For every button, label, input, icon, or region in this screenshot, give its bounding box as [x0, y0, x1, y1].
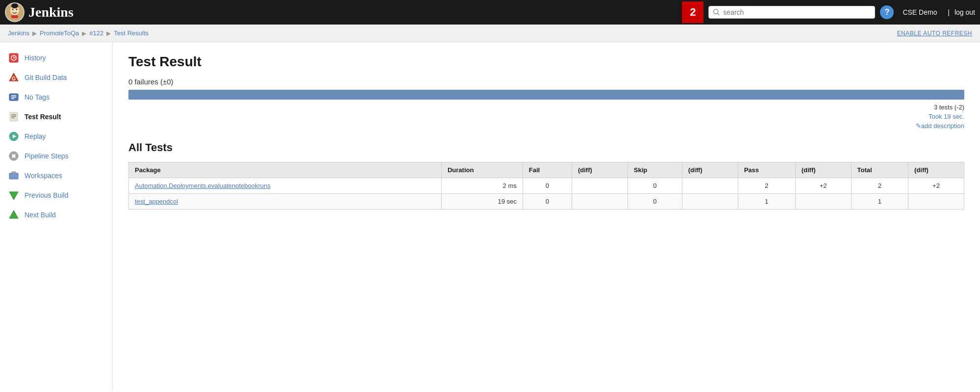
col-header-skip: Skip: [628, 162, 682, 178]
sidebar-pipeline-label: Pipeline Steps: [25, 152, 69, 160]
sidebar-testresult-label: Test Result: [25, 113, 61, 121]
layout: History G Git Build Data No Tags: [0, 42, 980, 390]
svg-marker-33: [9, 210, 18, 218]
cell-package: test_appendcol: [129, 194, 442, 209]
logo-text: Jenkins: [28, 4, 74, 20]
sidebar-item-workspaces[interactable]: Workspaces: [0, 166, 112, 185]
main-content: Test Result 0 failures (±0) 3 tests (-2)…: [113, 42, 980, 390]
sidebar-item-next-build[interactable]: Next Build: [0, 205, 112, 225]
breadcrumb-promotetqa[interactable]: PromoteToQa: [40, 29, 79, 37]
col-header-total-diff: (diff): [908, 162, 964, 178]
history-icon: [8, 52, 20, 64]
cell-skip: 0: [628, 178, 682, 194]
replay-icon: [8, 131, 20, 142]
cell-total-diff: +2: [908, 178, 964, 194]
col-header-fail: Fail: [523, 162, 572, 178]
next-build-icon: [8, 209, 20, 221]
breadcrumb-sep-1: ▶: [32, 30, 37, 37]
svg-marker-32: [9, 192, 18, 200]
table-header-row: Package Duration Fail (diff) Skip (diff)…: [129, 162, 964, 178]
sidebar-item-pipeline-steps[interactable]: Pipeline Steps: [0, 146, 112, 166]
header-username: CSE Demo: [903, 8, 937, 16]
sidebar-item-git-build-data[interactable]: G Git Build Data: [0, 68, 112, 87]
cell-pass-diff: [795, 194, 851, 209]
search-container: [708, 6, 875, 19]
sidebar-item-test-result[interactable]: Test Result: [0, 107, 112, 127]
git-icon: G: [8, 72, 20, 83]
cell-total: 1: [851, 194, 908, 209]
package-link[interactable]: Automation.Deployments.evaluatenotebookr…: [135, 182, 271, 189]
notification-badge[interactable]: 2: [682, 1, 704, 23]
jenkins-icon: [5, 2, 25, 22]
cell-skip: 0: [628, 194, 682, 209]
col-header-total: Total: [851, 162, 908, 178]
test-table: Package Duration Fail (diff) Skip (diff)…: [128, 162, 964, 209]
test-result-icon: [8, 111, 20, 123]
tests-count: 3 tests (-2): [128, 104, 964, 111]
svg-point-2: [12, 9, 14, 10]
svg-rect-30: [9, 173, 18, 179]
progress-bar-container: [128, 90, 964, 100]
sidebar-item-replay[interactable]: Replay: [0, 127, 112, 146]
package-link[interactable]: test_appendcol: [135, 198, 178, 205]
col-header-duration: Duration: [441, 162, 523, 178]
sidebar-item-no-tags[interactable]: No Tags: [0, 87, 112, 107]
sidebar-workspaces-label: Workspaces: [25, 172, 62, 180]
page-title: Test Result: [128, 54, 964, 70]
breadcrumb-jenkins[interactable]: Jenkins: [8, 29, 29, 37]
svg-text:G: G: [12, 76, 16, 81]
cell-pass-diff: +2: [795, 178, 851, 194]
table-row: Automation.Deployments.evaluatenotebookr…: [129, 178, 964, 194]
took-time: Took 19 sec.: [128, 113, 964, 120]
svg-point-25: [12, 154, 16, 158]
cell-skip-diff: [682, 178, 738, 194]
sidebar-nextbuild-label: Next Build: [25, 211, 56, 219]
cell-fail-diff: [572, 194, 628, 209]
breadcrumb-build-num[interactable]: #122: [89, 29, 103, 37]
svg-point-6: [714, 9, 718, 14]
took-time-link[interactable]: Took 19 sec.: [929, 113, 964, 120]
sidebar-item-history[interactable]: History: [0, 48, 112, 68]
header-separator: |: [946, 8, 950, 16]
breadcrumb-sep-2: ▶: [82, 30, 86, 37]
cell-fail: 0: [523, 178, 572, 194]
svg-rect-5: [11, 15, 18, 18]
cell-fail-diff: [572, 178, 628, 194]
cell-duration: 2 ms: [441, 178, 523, 194]
breadcrumb-test-results[interactable]: Test Results: [114, 29, 149, 37]
workspace-icon: [8, 170, 20, 182]
sidebar: History G Git Build Data No Tags: [0, 42, 113, 390]
sidebar-replay-label: Replay: [25, 132, 46, 140]
search-icon: [713, 8, 720, 16]
header: Jenkins 2 ? CSE Demo | log out: [0, 0, 980, 25]
sidebar-history-label: History: [25, 54, 46, 62]
cell-duration: 19 sec: [441, 194, 523, 209]
svg-line-7: [718, 13, 719, 15]
col-header-skip-diff: (diff): [682, 162, 738, 178]
cell-total-diff: [908, 194, 964, 209]
table-row: test_appendcol 19 sec 0 0 1 1: [129, 194, 964, 209]
cell-pass: 1: [738, 194, 795, 209]
search-input[interactable]: [723, 8, 871, 16]
failures-text: 0 failures (±0): [128, 78, 964, 86]
breadcrumb-sep-3: ▶: [106, 30, 111, 37]
auto-refresh-link[interactable]: Enable Auto Refresh: [897, 30, 972, 37]
cell-fail: 0: [523, 194, 572, 209]
logout-link[interactable]: log out: [955, 8, 975, 16]
progress-bar-fill: [128, 90, 964, 100]
col-header-fail-diff: (diff): [572, 162, 628, 178]
sidebar-item-previous-build[interactable]: Previous Build: [0, 185, 112, 205]
svg-point-4: [11, 3, 18, 8]
col-header-package: Package: [129, 162, 442, 178]
cell-total: 2: [851, 178, 908, 194]
cell-pass: 2: [738, 178, 795, 194]
svg-rect-18: [10, 112, 18, 121]
sidebar-notags-label: No Tags: [25, 93, 50, 101]
help-icon[interactable]: ?: [880, 5, 894, 19]
col-header-pass: Pass: [738, 162, 795, 178]
svg-rect-31: [12, 172, 16, 174]
prev-build-icon: [8, 189, 20, 201]
add-description-link[interactable]: ✎add description: [128, 122, 964, 130]
tags-icon: [8, 91, 20, 103]
svg-point-3: [16, 9, 18, 10]
